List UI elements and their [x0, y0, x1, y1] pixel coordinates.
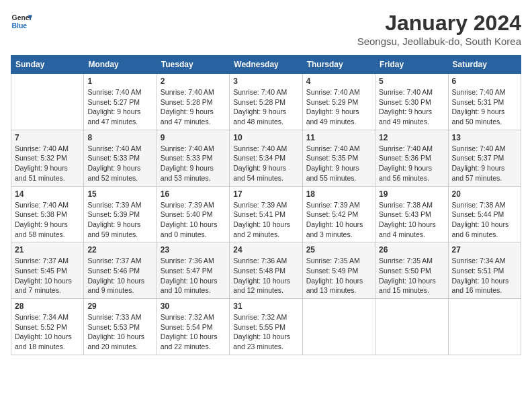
header-monday: Monday — [84, 56, 157, 74]
calendar-cell: 21Sunrise: 7:37 AMSunset: 5:45 PMDayligh… — [11, 242, 84, 299]
day-info: Sunrise: 7:40 AMSunset: 5:32 PMDaylight:… — [15, 144, 80, 183]
week-row-1: 1Sunrise: 7:40 AMSunset: 5:27 PMDaylight… — [11, 74, 521, 130]
calendar-cell: 26Sunrise: 7:35 AMSunset: 5:50 PMDayligh… — [375, 242, 448, 299]
day-info: Sunrise: 7:40 AMSunset: 5:37 PMDaylight:… — [452, 144, 517, 183]
day-number: 19 — [379, 189, 444, 199]
calendar-cell — [11, 74, 84, 130]
day-info: Sunrise: 7:35 AMSunset: 5:49 PMDaylight:… — [306, 256, 371, 295]
calendar-title: January 2024 — [357, 11, 521, 36]
header-thursday: Thursday — [302, 56, 375, 74]
calendar-cell: 13Sunrise: 7:40 AMSunset: 5:37 PMDayligh… — [448, 130, 521, 186]
calendar-cell: 9Sunrise: 7:40 AMSunset: 5:33 PMDaylight… — [157, 130, 229, 186]
day-number: 23 — [161, 245, 226, 255]
day-info: Sunrise: 7:40 AMSunset: 5:38 PMDaylight:… — [15, 200, 80, 240]
header-friday: Friday — [375, 56, 448, 74]
week-row-3: 14Sunrise: 7:40 AMSunset: 5:38 PMDayligh… — [11, 186, 521, 242]
day-info: Sunrise: 7:36 AMSunset: 5:47 PMDaylight:… — [161, 256, 226, 295]
day-number: 22 — [87, 245, 152, 255]
header-sunday: Sunday — [11, 56, 84, 74]
day-number: 29 — [87, 302, 152, 311]
day-number: 5 — [379, 77, 444, 86]
header-wednesday: Wednesday — [230, 56, 302, 74]
calendar-cell: 18Sunrise: 7:39 AMSunset: 5:42 PMDayligh… — [302, 186, 375, 242]
day-number: 13 — [452, 133, 517, 142]
svg-text:Blue: Blue — [12, 22, 28, 30]
calendar-cell: 24Sunrise: 7:36 AMSunset: 5:48 PMDayligh… — [230, 242, 302, 299]
header-tuesday: Tuesday — [157, 56, 229, 74]
calendar-subtitle: Seongsu, Jeollabuk-do, South Korea — [357, 36, 521, 47]
day-number: 7 — [15, 133, 80, 142]
calendar-cell: 11Sunrise: 7:40 AMSunset: 5:35 PMDayligh… — [302, 130, 375, 186]
calendar-cell — [302, 299, 375, 355]
day-number: 8 — [87, 133, 152, 142]
day-info: Sunrise: 7:40 AMSunset: 5:33 PMDaylight:… — [87, 144, 152, 183]
page-header: General Blue January 2024 Seongsu, Jeoll… — [11, 11, 521, 47]
day-info: Sunrise: 7:32 AMSunset: 5:54 PMDaylight:… — [161, 312, 226, 352]
day-info: Sunrise: 7:37 AMSunset: 5:45 PMDaylight:… — [15, 256, 80, 295]
day-number: 11 — [306, 133, 371, 142]
day-info: Sunrise: 7:39 AMSunset: 5:39 PMDaylight:… — [87, 200, 152, 240]
day-info: Sunrise: 7:40 AMSunset: 5:33 PMDaylight:… — [161, 144, 226, 183]
calendar-cell: 22Sunrise: 7:37 AMSunset: 5:46 PMDayligh… — [84, 242, 157, 299]
calendar-cell: 25Sunrise: 7:35 AMSunset: 5:49 PMDayligh… — [302, 242, 375, 299]
calendar-cell: 5Sunrise: 7:40 AMSunset: 5:30 PMDaylight… — [375, 74, 448, 130]
day-number: 25 — [306, 245, 371, 255]
day-number: 15 — [87, 189, 152, 199]
calendar-cell — [375, 299, 448, 355]
day-number: 6 — [452, 77, 517, 86]
day-info: Sunrise: 7:40 AMSunset: 5:34 PMDaylight:… — [233, 144, 298, 183]
calendar-cell: 14Sunrise: 7:40 AMSunset: 5:38 PMDayligh… — [11, 186, 84, 242]
calendar-cell: 1Sunrise: 7:40 AMSunset: 5:27 PMDaylight… — [84, 74, 157, 130]
day-number: 1 — [87, 77, 152, 86]
day-number: 31 — [233, 302, 298, 311]
calendar-cell: 31Sunrise: 7:32 AMSunset: 5:55 PMDayligh… — [230, 299, 302, 355]
day-info: Sunrise: 7:34 AMSunset: 5:52 PMDaylight:… — [15, 312, 80, 352]
calendar-cell: 27Sunrise: 7:34 AMSunset: 5:51 PMDayligh… — [448, 242, 521, 299]
day-info: Sunrise: 7:32 AMSunset: 5:55 PMDaylight:… — [233, 312, 298, 352]
week-row-2: 7Sunrise: 7:40 AMSunset: 5:32 PMDaylight… — [11, 130, 521, 186]
calendar-cell: 29Sunrise: 7:33 AMSunset: 5:53 PMDayligh… — [84, 299, 157, 355]
day-number: 2 — [161, 77, 226, 86]
day-number: 9 — [161, 133, 226, 142]
day-number: 14 — [15, 189, 80, 199]
day-info: Sunrise: 7:38 AMSunset: 5:44 PMDaylight:… — [452, 200, 517, 240]
calendar-cell: 8Sunrise: 7:40 AMSunset: 5:33 PMDaylight… — [84, 130, 157, 186]
day-number: 27 — [452, 245, 517, 255]
day-info: Sunrise: 7:40 AMSunset: 5:28 PMDaylight:… — [233, 87, 298, 127]
day-number: 17 — [233, 189, 298, 199]
day-info: Sunrise: 7:38 AMSunset: 5:43 PMDaylight:… — [379, 200, 444, 240]
calendar-cell: 20Sunrise: 7:38 AMSunset: 5:44 PMDayligh… — [448, 186, 521, 242]
day-info: Sunrise: 7:40 AMSunset: 5:36 PMDaylight:… — [379, 144, 444, 183]
calendar-cell: 3Sunrise: 7:40 AMSunset: 5:28 PMDaylight… — [230, 74, 302, 130]
week-row-5: 28Sunrise: 7:34 AMSunset: 5:52 PMDayligh… — [11, 299, 521, 355]
day-info: Sunrise: 7:40 AMSunset: 5:30 PMDaylight:… — [379, 87, 444, 127]
day-number: 10 — [233, 133, 298, 142]
day-number: 21 — [15, 245, 80, 255]
day-info: Sunrise: 7:40 AMSunset: 5:31 PMDaylight:… — [452, 87, 517, 127]
day-info: Sunrise: 7:33 AMSunset: 5:53 PMDaylight:… — [87, 312, 152, 352]
calendar-cell: 19Sunrise: 7:38 AMSunset: 5:43 PMDayligh… — [375, 186, 448, 242]
week-row-4: 21Sunrise: 7:37 AMSunset: 5:45 PMDayligh… — [11, 242, 521, 299]
day-number: 24 — [233, 245, 298, 255]
day-number: 4 — [306, 77, 371, 86]
title-block: January 2024 Seongsu, Jeollabuk-do, Sout… — [357, 11, 521, 47]
day-info: Sunrise: 7:40 AMSunset: 5:28 PMDaylight:… — [161, 87, 226, 127]
calendar-cell: 10Sunrise: 7:40 AMSunset: 5:34 PMDayligh… — [230, 130, 302, 186]
calendar-header-row: SundayMondayTuesdayWednesdayThursdayFrid… — [11, 56, 521, 74]
calendar-cell: 7Sunrise: 7:40 AMSunset: 5:32 PMDaylight… — [11, 130, 84, 186]
day-number: 28 — [15, 302, 80, 311]
calendar-cell: 15Sunrise: 7:39 AMSunset: 5:39 PMDayligh… — [84, 186, 157, 242]
header-saturday: Saturday — [448, 56, 521, 74]
day-info: Sunrise: 7:40 AMSunset: 5:29 PMDaylight:… — [306, 87, 371, 127]
day-number: 30 — [161, 302, 226, 311]
day-number: 16 — [161, 189, 226, 199]
day-info: Sunrise: 7:39 AMSunset: 5:42 PMDaylight:… — [306, 200, 371, 240]
day-info: Sunrise: 7:34 AMSunset: 5:51 PMDaylight:… — [452, 256, 517, 295]
calendar-cell: 28Sunrise: 7:34 AMSunset: 5:52 PMDayligh… — [11, 299, 84, 355]
calendar-cell: 6Sunrise: 7:40 AMSunset: 5:31 PMDaylight… — [448, 74, 521, 130]
calendar-table: SundayMondayTuesdayWednesdayThursdayFrid… — [11, 55, 521, 355]
day-number: 12 — [379, 133, 444, 142]
calendar-cell: 16Sunrise: 7:39 AMSunset: 5:40 PMDayligh… — [157, 186, 229, 242]
day-info: Sunrise: 7:40 AMSunset: 5:35 PMDaylight:… — [306, 144, 371, 183]
calendar-cell — [448, 299, 521, 355]
